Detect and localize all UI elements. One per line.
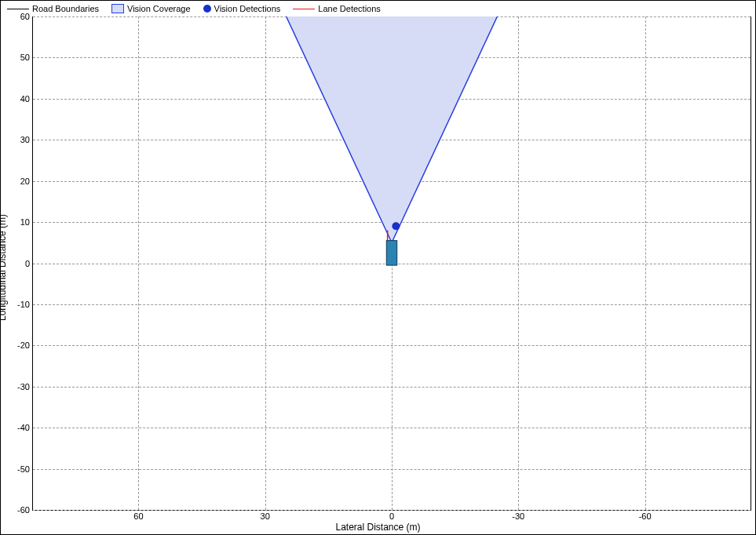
- y-tick-label: -10: [6, 300, 33, 309]
- dot-swatch-icon: [203, 5, 211, 13]
- line-swatch-icon: [7, 9, 29, 9]
- y-tick-label: 40: [6, 94, 33, 104]
- vision-detection-dot: [392, 222, 400, 230]
- y-axis-label: Longitudinal Distance (m): [0, 161, 8, 268]
- legend-item-lane-detections: Lane Detections: [293, 4, 381, 13]
- legend-item-vision-coverage: Vision Coverage: [111, 4, 191, 13]
- legend: Road Boundaries Vision Coverage Vision D…: [7, 2, 749, 15]
- y-tick-label: 0: [6, 259, 33, 268]
- y-tick-label: 30: [6, 135, 33, 144]
- legend-label: Vision Coverage: [127, 4, 191, 13]
- x-tick-label: 30: [250, 510, 281, 521]
- y-tick-label: -40: [6, 423, 33, 432]
- x-tick-label: 60: [122, 510, 154, 521]
- grid-line: [138, 16, 139, 510]
- y-tick-label: 20: [6, 177, 33, 186]
- legend-label: Lane Detections: [318, 4, 381, 13]
- y-tick-label: -30: [6, 382, 33, 391]
- x-tick-label: 0: [376, 510, 407, 521]
- grid-line: [392, 16, 393, 510]
- y-tick-label: -60: [6, 505, 33, 515]
- plot-area[interactable]: -60-50-40-30-20-10010203040506060300-30-…: [32, 16, 751, 511]
- legend-item-vision-detections: Vision Detections: [203, 4, 281, 13]
- x-axis-label: Lateral Distance (m): [1, 522, 755, 533]
- legend-label: Road Boundaries: [32, 4, 99, 13]
- grid-line: [518, 16, 519, 510]
- x-tick-label: -30: [502, 510, 534, 521]
- y-tick-label: -50: [6, 464, 33, 474]
- grid-line: [265, 16, 266, 510]
- y-tick-label: -20: [6, 340, 33, 350]
- lane-swatch-icon: [293, 9, 315, 9]
- y-tick-label: 10: [6, 217, 33, 227]
- y-tick-label: 50: [6, 53, 33, 62]
- grid-line: [645, 16, 646, 510]
- chart-frame: Road Boundaries Vision Coverage Vision D…: [0, 0, 756, 535]
- legend-label: Vision Detections: [214, 4, 281, 13]
- y-tick-label: 60: [6, 12, 33, 21]
- x-tick-label: -60: [630, 510, 661, 521]
- rect-swatch-icon: [111, 4, 124, 13]
